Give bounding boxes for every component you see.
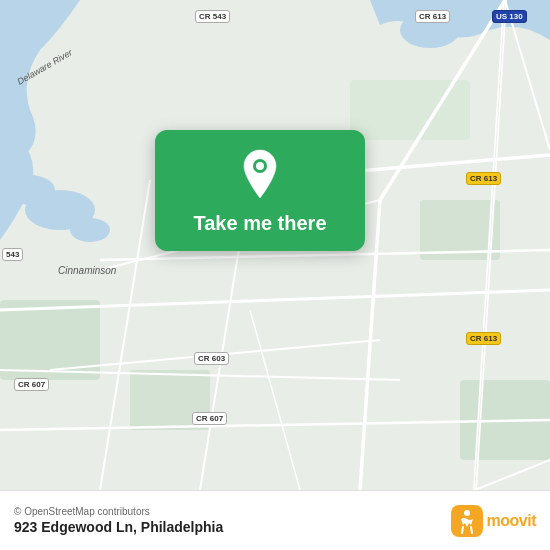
road-badge-us130: US 130	[492, 10, 527, 23]
road-badge-cr613-mid: CR 613	[466, 172, 501, 185]
svg-point-3	[70, 218, 110, 242]
road-badge-cr607: CR 607	[14, 378, 49, 391]
road-badge-cr613-top: CR 613	[415, 10, 450, 23]
svg-point-29	[464, 510, 470, 516]
road-badge-543: 543	[2, 248, 23, 261]
place-label-cinnaminson: Cinnaminson	[58, 265, 116, 276]
moovit-logo: moovit	[451, 505, 536, 537]
road-badge-cr613-bot: CR 613	[466, 332, 501, 345]
road-badge-cr607b: CR 607	[192, 412, 227, 425]
address-text: 923 Edgewood Ln, Philadelphia	[14, 519, 223, 535]
moovit-brand-icon	[451, 505, 483, 537]
road-badge-cr543: CR 543	[195, 10, 230, 23]
svg-point-2	[5, 175, 55, 205]
take-me-there-button[interactable]: Take me there	[155, 130, 365, 251]
svg-rect-7	[350, 80, 470, 140]
take-me-there-label: Take me there	[193, 212, 326, 235]
moovit-text: moovit	[487, 512, 536, 530]
road-badge-cr603: CR 603	[194, 352, 229, 365]
copyright-text: © OpenStreetMap contributors	[14, 506, 223, 517]
map-container: CR 543 CR 613 US 130 CR 613 CR 613 130 C…	[0, 0, 550, 490]
location-info: © OpenStreetMap contributors 923 Edgewoo…	[14, 506, 223, 535]
svg-rect-5	[0, 300, 100, 380]
svg-point-27	[256, 162, 264, 170]
location-pin-icon	[238, 148, 282, 200]
bottom-bar: © OpenStreetMap contributors 923 Edgewoo…	[0, 490, 550, 550]
